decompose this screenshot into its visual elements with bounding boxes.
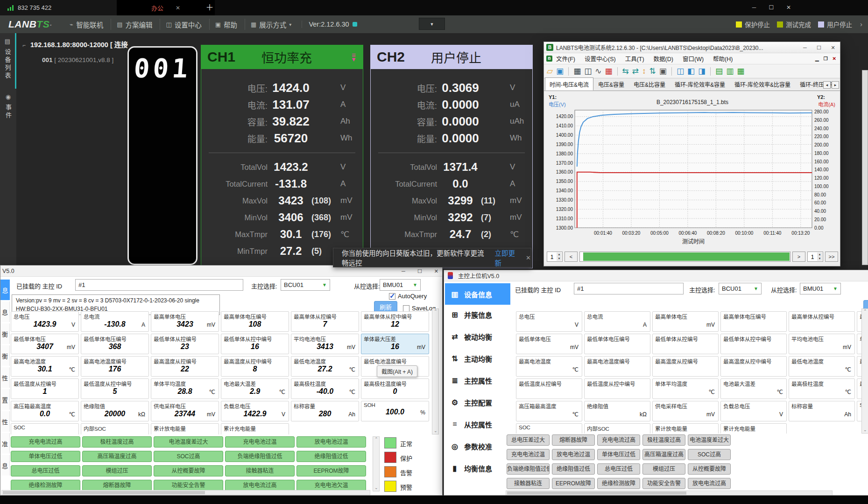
curve-icon[interactable]: ∿: [595, 66, 601, 77]
checkbox-checked-icon[interactable]: [389, 293, 395, 300]
open-file-icon[interactable]: ▱: [547, 66, 553, 77]
slave-select-label: 从控选择:: [771, 285, 797, 294]
channel-dropdown[interactable]: ▼: [419, 18, 445, 30]
grid-vertical-scrollbar[interactable]: [861, 308, 868, 434]
left-min-button[interactable]: ─: [402, 268, 405, 274]
device-icon[interactable]: ▦: [573, 66, 581, 77]
h-expand-icon[interactable]: ⇄: [632, 66, 639, 77]
device-tree-root[interactable]: ⌐192.168.1.80:8000-12000 [ 连接: [22, 39, 129, 49]
menu-item[interactable]: 文件(F): [556, 54, 575, 63]
tab-scroll-right-icon[interactable]: ▸: [832, 81, 839, 89]
table-small-icon[interactable]: ▤: [715, 66, 723, 77]
sidebar-item-active-balance[interactable]: ⇅主动均衡: [445, 349, 510, 368]
chart-maximize-button[interactable]: ☐: [812, 42, 826, 53]
menu-item[interactable]: 工具(T): [625, 54, 644, 63]
sidebar-item-master-attr[interactable]: ≣主控属性: [445, 371, 510, 390]
menu-display-mode[interactable]: ▦展示方式▾: [245, 19, 297, 30]
menu-plan-edit[interactable]: ▤方案编辑: [111, 19, 158, 30]
mdi-minimize-button[interactable]: ▁: [815, 56, 819, 61]
fullscreen-icon[interactable]: ▣: [659, 66, 667, 77]
left-page-spinner[interactable]: 1▲▼: [547, 252, 563, 262]
chart-scrollbar[interactable]: [579, 252, 790, 262]
edge-tab[interactable]: 息: [0, 280, 10, 300]
menu-settings-center[interactable]: ◫设置中心: [160, 19, 207, 30]
window-minimize-button[interactable]: ─: [746, 0, 762, 15]
notification-close-icon[interactable]: ✕: [526, 254, 531, 261]
autoquery-checkbox[interactable]: AutoQuery: [389, 293, 427, 300]
v-fit-icon[interactable]: ↕: [642, 66, 646, 77]
mounted-id-input[interactable]: #1: [75, 279, 243, 291]
page-last-button[interactable]: >>: [825, 252, 838, 262]
grid-vertical-scrollbar[interactable]: [432, 308, 439, 434]
sidebar-item-param-calib[interactable]: ◎参数校准: [445, 437, 510, 455]
split-right-icon[interactable]: ◨: [698, 66, 706, 77]
master-select-dropdown[interactable]: BCU01▼: [281, 279, 330, 291]
window-maximize-button[interactable]: ☐: [763, 0, 780, 15]
status-horizontal-scrollbar[interactable]: [1, 490, 370, 495]
slave-select-dropdown[interactable]: BMU01▼: [800, 283, 841, 294]
chart-tab[interactable]: 循环-库伦效率&比容量: [730, 77, 795, 91]
sidebar-item-slave-attr[interactable]: ≡从控属性: [445, 415, 510, 434]
menu-item[interactable]: 帮助(H): [713, 54, 733, 63]
split-2-icon[interactable]: ◫: [677, 66, 684, 77]
right-window-titlebar[interactable]: 主控上位机V5.0: [444, 270, 868, 281]
chart-minimize-button[interactable]: ─: [798, 42, 812, 53]
v-expand-icon[interactable]: ⇅: [649, 66, 656, 77]
sidebar-item-balance-info[interactable]: ▮均衡信息: [445, 459, 510, 477]
legend-test-done: 测试完成: [777, 20, 811, 29]
left-close-button[interactable]: ✕: [434, 268, 438, 274]
edge-tab[interactable]: 息: [0, 455, 10, 476]
chart-tab[interactable]: 时间-电压&电流: [545, 77, 593, 91]
sidebar-item-passive-balance[interactable]: ⇄被动均衡: [445, 327, 510, 346]
sidebar-item-master-config[interactable]: ⚙主控配置: [445, 393, 510, 412]
h-compress-icon[interactable]: ⇆: [622, 66, 629, 77]
slave-select-dropdown[interactable]: BMU01▼: [380, 279, 421, 291]
sidebar-item-device-info[interactable]: ▥设备信息: [445, 283, 510, 305]
monitor-cell: SOC: [516, 423, 582, 434]
new-tab-button[interactable]: ＋: [204, 2, 216, 14]
menu-item[interactable]: 窗口(W): [683, 54, 704, 63]
status-horizontal-scrollbar[interactable]: [506, 490, 833, 496]
sidebar-tab-device-list[interactable]: ▤设备列表: [0, 33, 16, 89]
update-now-link[interactable]: 立即更新: [495, 248, 520, 267]
master-select-dropdown[interactable]: BCU01▼: [719, 283, 762, 294]
menu-help[interactable]: ▣帮助: [209, 19, 243, 30]
split-left-icon[interactable]: ◧: [687, 66, 695, 77]
page-next-button[interactable]: >: [792, 252, 805, 262]
channel-id: CH1: [207, 49, 235, 65]
tab-scroll-left-icon[interactable]: ◂: [823, 81, 831, 89]
device-tree-item[interactable]: 001 [ 20230621001,v8.8 ]: [42, 56, 113, 63]
mounted-id-input[interactable]: #1: [574, 283, 684, 294]
right-page-spinner[interactable]: 1▲▼: [807, 252, 823, 262]
total-row: MaxVol3423(108)mV: [201, 192, 363, 209]
menu-smart-link[interactable]: ⌁智能联机: [64, 19, 109, 30]
chart-window-titlebar[interactable]: B LANBTS电池测试系统2.12.6.30 - [C:\Users\LANB…: [544, 42, 840, 53]
tree-collapse-icon[interactable]: ⌐: [22, 42, 26, 49]
save-icon[interactable]: ▣: [556, 66, 564, 77]
chart-tab[interactable]: 电压&容量: [593, 77, 629, 91]
sidebar-tab-events[interactable]: ◉事件: [0, 89, 16, 128]
sidebar-item-cluster-info[interactable]: ⊞并簇信息: [445, 305, 510, 324]
menu-item[interactable]: 数据(D): [654, 54, 673, 63]
status-vertical-scrollbar[interactable]: [373, 436, 380, 491]
chart-tab[interactable]: 循环-库伦效率&容量: [670, 77, 730, 91]
status-lamp: 放电电流过高: [225, 480, 295, 491]
chart-scrollbar-thumb[interactable]: [583, 252, 790, 261]
main-vertical-scrollbar[interactable]: [862, 70, 868, 265]
tab-office[interactable]: 办公 ✕: [117, 0, 215, 15]
window-close-button[interactable]: ✕: [780, 0, 797, 15]
legend-more-icon[interactable]: ›: [860, 15, 862, 33]
table-large-icon[interactable]: ▦: [737, 66, 744, 77]
edge-tab[interactable]: 准: [0, 433, 10, 454]
mdi-close-button[interactable]: ✕: [833, 56, 836, 61]
left-max-button[interactable]: ☐: [417, 268, 422, 274]
chart-tab[interactable]: 电压&比容量: [629, 77, 670, 91]
mdi-restore-button[interactable]: ❐: [824, 56, 828, 61]
table-medium-icon[interactable]: ▥: [726, 66, 734, 77]
chart-close-button[interactable]: ✕: [826, 42, 840, 53]
schedule-icon[interactable]: ▦: [605, 66, 613, 77]
menu-item[interactable]: 设置中心(S): [585, 54, 616, 63]
tab-close-icon[interactable]: ✕: [176, 5, 180, 11]
page-prev-button[interactable]: <: [565, 252, 578, 262]
report-icon[interactable]: ◫: [584, 66, 592, 77]
